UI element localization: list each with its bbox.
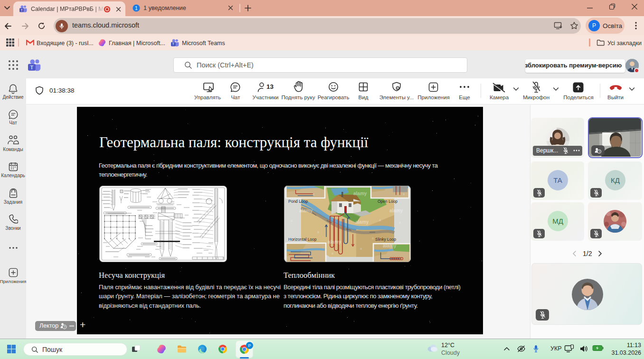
svg-text:Slinky Loop: Slinky Loop	[375, 237, 396, 242]
svg-text:a: a	[399, 221, 401, 224]
svg-text:a: a	[317, 230, 319, 234]
svg-text:a: a	[341, 211, 343, 215]
svg-text:Pond Loop: Pond Loop	[288, 199, 308, 204]
svg-text:alamy: alamy	[328, 239, 341, 245]
svg-text:a: a	[372, 236, 374, 240]
svg-text:alamy: alamy	[353, 191, 367, 196]
svg-text:a: a	[313, 192, 314, 196]
svg-text:a: a	[379, 218, 381, 222]
svg-text:a: a	[331, 252, 333, 255]
svg-text:alamy: alamy	[383, 243, 397, 248]
svg-text:alamy: alamy	[299, 208, 313, 213]
svg-text:P: P	[248, 343, 251, 348]
svg-text:Horizontal Loop: Horizontal Loop	[288, 237, 317, 242]
svg-text:?: ?	[598, 150, 600, 153]
svg-text:a: a	[403, 192, 405, 196]
svg-text:a: a	[291, 219, 293, 222]
svg-text:?: ?	[64, 325, 66, 329]
svg-text:Open Loop: Open Loop	[378, 199, 398, 204]
svg-text:alamy: alamy	[355, 219, 369, 225]
svg-text:a: a	[360, 247, 362, 250]
svg-text:alamy: alamy	[389, 208, 403, 213]
